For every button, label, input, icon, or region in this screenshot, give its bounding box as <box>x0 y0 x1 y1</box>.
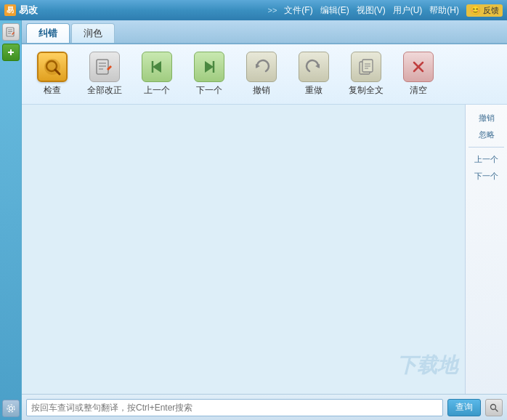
menu-help[interactable]: 帮助(H) <box>429 4 459 17</box>
svg-marker-16 <box>153 61 161 73</box>
edit-icon <box>6 27 16 37</box>
sidebar-add-button[interactable] <box>2 44 20 61</box>
menu-bar: 文件(F) 编辑(E) 视图(V) 用户(U) 帮助(H) <box>284 4 459 17</box>
menu-user[interactable]: 用户(U) <box>393 4 423 17</box>
allfix-label: 全部改正 <box>87 84 122 97</box>
search-bar: 查询 <box>22 394 507 420</box>
allfix-button[interactable]: 全部改正 <box>80 49 129 100</box>
right-panel-next[interactable]: 下一个 <box>469 169 504 184</box>
undo-icon <box>246 52 277 82</box>
tab-bar: 纠错 润色 <box>22 20 507 44</box>
menu-view[interactable]: 视图(V) <box>357 4 386 17</box>
main-layout: 纠错 润色 检查 <box>0 20 507 420</box>
clear-label: 清空 <box>410 84 427 97</box>
redo-button[interactable]: 重做 <box>289 49 338 100</box>
svg-marker-18 <box>205 61 214 73</box>
arrow-icon: >> <box>267 6 277 15</box>
right-panel-ignore[interactable]: 忽略 <box>469 127 504 142</box>
result-area: 下载地 <box>22 105 465 394</box>
plus-icon <box>7 48 15 57</box>
toolbar: 检查 全部改正 <box>22 44 507 105</box>
watermark: 下载地 <box>397 352 458 379</box>
content-area: 纠错 润色 检查 <box>22 20 507 420</box>
search-input[interactable] <box>26 399 443 416</box>
svg-point-7 <box>9 407 12 411</box>
title-bar: 易 易改 >> 文件(F) 编辑(E) 视图(V) 用户(U) 帮助(H) 😊 … <box>0 0 507 20</box>
right-panel-prev[interactable]: 上一个 <box>469 152 504 167</box>
search-icon-button[interactable] <box>485 399 503 416</box>
panel-area: 下载地 撤销 忽略 上一个 下一个 <box>22 105 507 394</box>
prev-label: 上一个 <box>144 84 170 97</box>
svg-point-29 <box>491 404 496 409</box>
check-button[interactable]: 检查 <box>28 49 77 100</box>
allfix-icon <box>89 52 120 82</box>
menu-edit[interactable]: 编辑(E) <box>320 4 349 17</box>
redo-label: 重做 <box>305 84 323 97</box>
next-label: 下一个 <box>196 84 222 97</box>
feedback-label: 反馈 <box>483 5 499 16</box>
undo-label: 撤销 <box>253 84 270 97</box>
redo-icon <box>299 52 329 82</box>
right-panel-undo[interactable]: 撤销 <box>469 110 504 126</box>
sidebar-edit-button[interactable] <box>2 23 20 41</box>
app-title: 易改 <box>19 4 38 17</box>
check-label: 检查 <box>44 84 61 97</box>
svg-line-30 <box>495 409 498 411</box>
copyall-icon <box>351 52 381 82</box>
clear-button[interactable]: 清空 <box>394 49 443 100</box>
gear-icon <box>6 403 16 413</box>
search-icon <box>490 403 498 412</box>
prev-button[interactable]: 上一个 <box>132 49 182 100</box>
copyall-label: 复制全文 <box>349 84 384 97</box>
menu-file[interactable]: 文件(F) <box>284 4 312 17</box>
check-icon <box>37 52 68 82</box>
prev-icon <box>142 52 172 82</box>
copyall-button[interactable]: 复制全文 <box>341 49 391 100</box>
tab-runse[interactable]: 润色 <box>71 23 115 43</box>
svg-rect-12 <box>97 60 108 74</box>
clear-icon <box>403 52 434 82</box>
left-sidebar <box>0 20 22 420</box>
undo-button[interactable]: 撤销 <box>237 49 286 100</box>
feedback-button[interactable]: 😊 反馈 <box>466 4 503 17</box>
sidebar-settings-button[interactable] <box>2 400 20 417</box>
app-icon: 易 <box>4 4 16 16</box>
query-button[interactable]: 查询 <box>447 399 481 416</box>
next-icon <box>194 52 224 82</box>
svg-point-8 <box>7 405 15 412</box>
next-button[interactable]: 下一个 <box>184 49 234 100</box>
right-panel: 撤销 忽略 上一个 下一个 <box>465 105 507 394</box>
right-panel-divider <box>469 147 504 148</box>
tab-jiucuo[interactable]: 纠错 <box>26 23 70 43</box>
